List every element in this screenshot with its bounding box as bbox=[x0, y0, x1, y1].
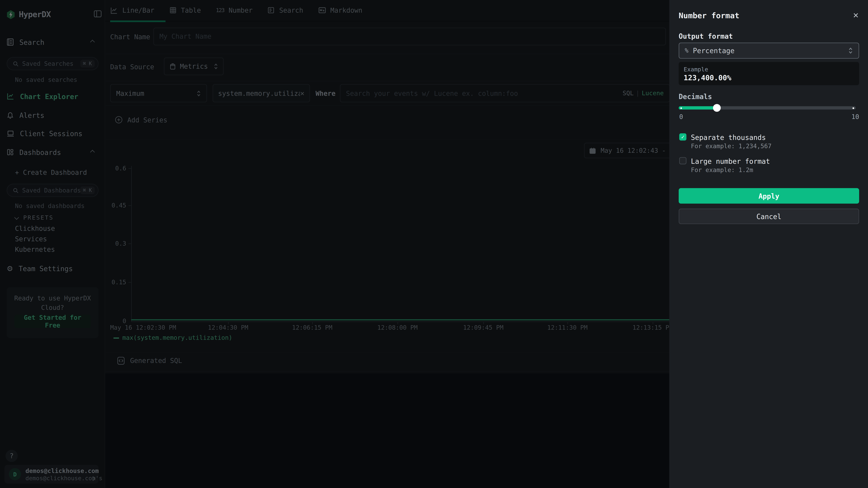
output-format-value: Percentage bbox=[693, 46, 734, 55]
close-icon[interactable]: × bbox=[850, 9, 861, 21]
separate-thousands-checkbox[interactable]: ✓ bbox=[679, 133, 686, 141]
app-window: HyperDX Search Saved Searches ⌘ K No sav… bbox=[0, 0, 868, 488]
large-number-format-label[interactable]: Large number format bbox=[691, 157, 770, 165]
large-number-format-hint: For example: 1.2m bbox=[691, 166, 753, 174]
output-format-label: Output format bbox=[679, 32, 733, 40]
slider-handle[interactable] bbox=[713, 104, 721, 112]
modal-overlay[interactable] bbox=[0, 0, 669, 488]
separate-thousands-label[interactable]: Separate thousands bbox=[691, 133, 766, 142]
large-number-format-checkbox[interactable] bbox=[679, 157, 686, 164]
cancel-button[interactable]: Cancel bbox=[679, 208, 859, 224]
percent-icon: % bbox=[685, 47, 688, 54]
slider-fill bbox=[679, 106, 717, 109]
panel-title: Number format bbox=[679, 11, 739, 20]
number-format-panel: Number format × Output format % Percenta… bbox=[669, 0, 868, 488]
separate-thousands-hint: For example: 1,234,567 bbox=[691, 143, 771, 150]
output-format-select[interactable]: % Percentage bbox=[679, 43, 859, 59]
format-example-box: Example 123,400.00% bbox=[679, 62, 859, 85]
check-icon: ✓ bbox=[681, 134, 684, 140]
slider-min-label: 0 bbox=[679, 113, 683, 121]
example-value: 123,400.00% bbox=[684, 73, 854, 82]
example-label: Example bbox=[684, 66, 854, 72]
select-chevrons-icon bbox=[848, 47, 853, 54]
decimals-label: Decimals bbox=[679, 92, 712, 101]
decimals-slider[interactable] bbox=[679, 106, 856, 110]
slider-max-label: 10 bbox=[851, 113, 859, 121]
apply-button[interactable]: Apply bbox=[679, 188, 859, 204]
